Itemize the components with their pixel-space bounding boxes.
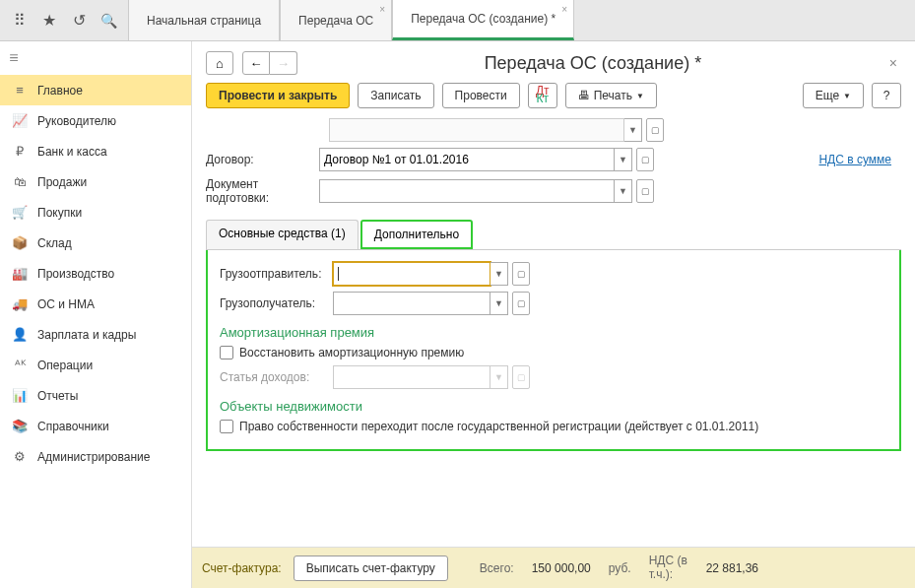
sidebar-item-label: Главное <box>37 84 83 98</box>
sidebar-item-0[interactable]: ≡Главное <box>0 75 191 105</box>
tab-additional[interactable]: Дополнительно <box>360 220 473 249</box>
realty-section-title: Объекты недвижимости <box>220 399 887 414</box>
sidebar-icon: 🏭 <box>12 266 28 281</box>
income-input[interactable] <box>333 365 490 389</box>
sidebar-icon: 🛒 <box>12 205 28 220</box>
open-button[interactable]: ▢ <box>646 118 664 142</box>
sidebar-item-label: Справочники <box>37 420 109 433</box>
dropdown-button[interactable]: ▼ <box>615 179 632 203</box>
sidebar-item-6[interactable]: 🏭Производство <box>0 258 191 289</box>
page-title: Передача ОС (создание) * <box>300 53 885 74</box>
sidebar-icon: ᴬᴷ <box>12 358 28 372</box>
additional-panel: Грузоотправитель: ▼ ▢ Грузополучатель: ▼… <box>206 250 901 451</box>
total-label: Всего: <box>480 561 514 575</box>
home-button[interactable]: ⌂ <box>206 51 233 75</box>
contract-input[interactable]: Договор №1 от 01.01.2016 <box>319 148 615 171</box>
close-button[interactable]: × <box>885 55 901 71</box>
sidebar-icon: ≡ <box>12 83 28 98</box>
sidebar-item-label: Покупки <box>37 206 82 220</box>
sidebar-item-7[interactable]: 🚚ОС и НМА <box>0 289 191 319</box>
tab-label: Начальная страница <box>147 14 261 28</box>
more-button[interactable]: Еще ▼ <box>803 83 864 108</box>
chevron-down-icon: ▼ <box>636 92 644 100</box>
post-button[interactable]: Провести <box>442 83 520 108</box>
print-button[interactable]: 🖶Печать ▼ <box>565 83 657 108</box>
chevron-down-icon: ▼ <box>843 92 851 100</box>
sidebar-item-10[interactable]: 📊Отчеты <box>0 380 191 411</box>
sidebar-item-label: Продажи <box>37 175 87 189</box>
amort-section-title: Амортизационная премия <box>220 325 887 340</box>
create-invoice-button[interactable]: Выписать счет-фактуру <box>294 555 448 581</box>
topbar: ⠿ ★ ↺ 🔍 Начальная страница Передача ОС× … <box>0 0 915 41</box>
star-icon[interactable]: ★ <box>35 7 63 34</box>
save-button[interactable]: Записать <box>358 83 433 108</box>
sidebar-item-label: Зарплата и кадры <box>37 328 136 342</box>
prepdoc-input[interactable] <box>319 179 615 203</box>
tab-transfer-create[interactable]: Передача ОС (создание) *× <box>392 0 574 40</box>
tab-transfer[interactable]: Передача ОС× <box>280 0 392 40</box>
close-icon[interactable]: × <box>379 4 385 15</box>
income-label: Статья доходов: <box>220 370 333 384</box>
sidebar-icon: 🛍 <box>12 174 28 189</box>
dropdown-button[interactable]: ▼ <box>624 118 642 142</box>
sidebar-item-11[interactable]: 📚Справочники <box>0 411 191 441</box>
realty-checkbox[interactable] <box>220 420 233 433</box>
sidebar-icon: 🚚 <box>12 296 28 311</box>
sidebar-item-5[interactable]: 📦Склад <box>0 228 191 258</box>
back-button[interactable]: ← <box>242 51 270 75</box>
sidebar-item-12[interactable]: ⚙Администрирование <box>0 441 191 472</box>
more-label: Еще <box>816 89 839 102</box>
sidebar-item-3[interactable]: 🛍Продажи <box>0 166 191 197</box>
dtkt-button[interactable]: ДтКт <box>528 83 557 108</box>
sidebar-item-1[interactable]: 📈Руководителю <box>0 105 191 136</box>
dropdown-button[interactable]: ▼ <box>490 292 508 315</box>
nds-value: 22 881,36 <box>706 561 758 575</box>
open-button[interactable]: ▢ <box>512 262 530 286</box>
tab-label: Передача ОС <box>298 14 373 28</box>
search-icon[interactable]: 🔍 <box>95 7 122 34</box>
sidebar-item-label: ОС и НМА <box>37 297 95 311</box>
sidebar-item-2[interactable]: ₽Банк и касса <box>0 136 191 166</box>
sidebar-item-label: Руководителю <box>37 114 116 128</box>
menu-icon[interactable]: ≡ <box>0 41 28 75</box>
help-button[interactable]: ? <box>872 83 901 108</box>
print-label: Печать <box>594 89 632 102</box>
close-icon[interactable]: × <box>561 4 567 15</box>
forward-button[interactable]: → <box>270 51 297 75</box>
receiver-label: Грузополучатель: <box>220 296 333 310</box>
field-placeholder <box>329 118 624 142</box>
apps-icon[interactable]: ⠿ <box>6 7 33 34</box>
sidebar-item-label: Администрирование <box>37 450 150 464</box>
dtkt-icon: ДтКт <box>536 88 550 103</box>
receiver-input[interactable] <box>333 292 490 315</box>
sidebar-icon: 👤 <box>12 327 28 342</box>
amort-checkbox[interactable] <box>220 346 233 359</box>
open-button[interactable]: ▢ <box>636 148 654 171</box>
sidebar-item-label: Производство <box>37 267 114 281</box>
tab-home[interactable]: Начальная страница <box>128 0 280 40</box>
history-icon[interactable]: ↺ <box>65 7 93 34</box>
prepdoc-label: Документ подготовки: <box>206 177 319 206</box>
sidebar-item-4[interactable]: 🛒Покупки <box>0 197 191 228</box>
open-button[interactable]: ▢ <box>512 292 530 315</box>
sender-input[interactable] <box>333 262 490 286</box>
nds-link[interactable]: НДС в сумме <box>818 153 891 166</box>
dropdown-button[interactable]: ▼ <box>490 262 508 286</box>
tab-main-assets[interactable]: Основные средства (1) <box>206 220 359 249</box>
dropdown-button[interactable]: ▼ <box>615 148 632 171</box>
sidebar-item-label: Операции <box>37 359 93 372</box>
contract-value: Договор №1 от 01.01.2016 <box>324 153 469 166</box>
toolbar: Провести и закрыть Записать Провести ДтК… <box>206 83 901 108</box>
dropdown-button[interactable]: ▼ <box>490 365 508 389</box>
total-value: 150 000,00 <box>532 561 591 575</box>
open-button[interactable]: ▢ <box>636 179 654 203</box>
realty-check-label: Право собственности переходит после госу… <box>239 420 758 433</box>
topbar-icons: ⠿ ★ ↺ 🔍 <box>0 0 128 40</box>
submit-button[interactable]: Провести и закрыть <box>206 83 350 108</box>
sidebar-item-8[interactable]: 👤Зарплата и кадры <box>0 319 191 350</box>
currency-label: руб. <box>609 561 631 575</box>
doc-tabs: Основные средства (1) Дополнительно <box>206 220 901 250</box>
sidebar-item-9[interactable]: ᴬᴷОперации <box>0 350 191 380</box>
sidebar: ≡ ≡Главное📈Руководителю₽Банк и касса🛍Про… <box>0 41 192 588</box>
open-button[interactable]: ▢ <box>512 365 530 389</box>
